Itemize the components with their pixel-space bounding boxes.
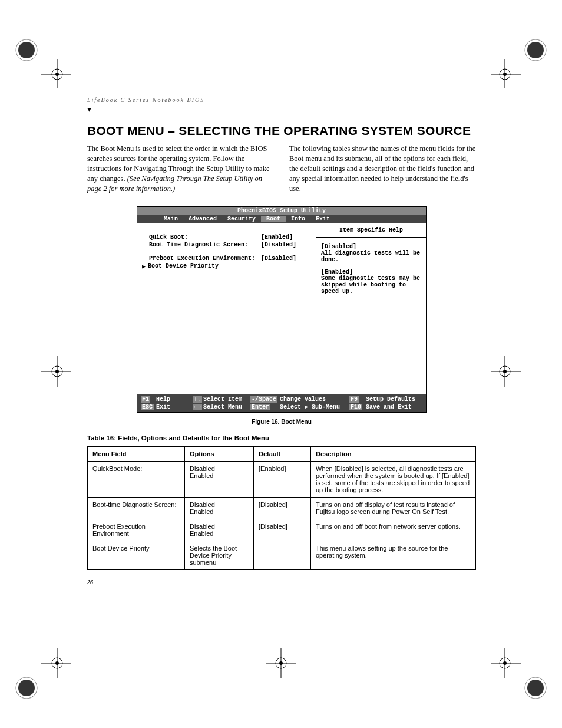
bios-key-action: Change Values [280,396,349,403]
bios-option-label: Boot Time Diagnostic Screen: [149,242,261,248]
bios-key-action: Select ▶ Sub-Menu [280,403,349,411]
header-arrow-icon: ▾ [87,104,476,114]
bios-key: ESC [141,404,154,410]
table-cell: Boot-time Diagnostic Screen: [88,498,185,519]
bios-key-action: Save and Exit [366,403,412,411]
running-header: LifeBook C Series Notebook BIOS [87,97,476,103]
intro-right: The following tables show the names of t… [289,144,476,193]
table-header: Description [311,447,476,462]
bios-help-line: Some diagnostic tests may be skipped whi… [321,275,421,295]
bios-window: PhoenixBIOS Setup Utility Main Advanced … [137,206,427,413]
bios-tabs: Main Advanced Security Boot Info Exit [137,215,426,223]
bios-key: ↑↓ [193,396,202,403]
table-row: Preboot Execution EnvironmentDisabled En… [88,519,476,541]
bios-key-action: Select Item [203,396,250,403]
table-row: QuickBoot Mode:Disabled Enabled[Enabled]… [88,462,476,498]
table-cell: Boot Device Priority [88,541,185,570]
bios-key: F10 [349,404,362,410]
table-cell: When [Disabled] is selected, all diagnos… [311,462,476,498]
bios-option-label: Quick Boot: [149,234,261,241]
table-cell: Selects the Boot Device Priority submenu [185,541,254,570]
table-cell: This menu allows setting up the source f… [311,541,476,570]
bios-help-title: Item Specific Help [321,227,421,233]
crop-mark [12,342,71,401]
table-row: Boot-time Diagnostic Screen:Disabled Ena… [88,498,476,519]
table-cell: Disabled Enabled [185,519,254,541]
bios-tab-security: Security [222,216,261,222]
table-row: Boot Device PrioritySelects the Boot Dev… [88,541,476,570]
bios-help-panel: Item Specific Help [Disabled] All diagno… [316,223,426,394]
bios-main-panel: Quick Boot: [Enabled] Boot Time Diagnost… [137,223,316,394]
crop-mark [491,645,550,704]
table-cell: Turns on and off display of test results… [311,498,476,519]
bios-key: F9 [349,396,359,403]
figure-caption: Figure 16. Boot Menu [87,419,476,425]
bios-key: ←→ [193,404,202,410]
crop-mark [491,342,550,401]
table-header: Options [185,447,254,462]
table-cell: Disabled Enabled [185,462,254,498]
table-cell: [Enabled] [254,462,311,498]
bios-tab-boot: Boot [261,216,286,222]
bios-tab-info: Info [286,216,310,222]
bios-option-value: [Enabled] [261,234,293,241]
bios-submenu-item: Boot Device Priority [148,263,219,270]
bios-option-value: [Disabled] [261,255,296,262]
bios-title: PhoenixBIOS Setup Utility [137,207,426,215]
page-title: BOOT MENU – SELECTING THE OPERATING SYST… [87,124,476,138]
table-header: Menu Field [88,447,185,462]
crop-mark [491,29,550,88]
intro-left: The Boot Menu is used to select the orde… [87,144,274,193]
table-cell: Disabled Enabled [185,498,254,519]
table-cell: — [254,541,311,570]
table-cell: Preboot Execution Environment [88,519,185,541]
crop-mark [252,645,310,704]
crop-mark [12,29,71,88]
bios-option-label: Preboot Execution Environment: [149,255,261,262]
bios-key-action: Select Menu [203,403,250,411]
bios-option-value: [Disabled] [261,242,296,248]
bios-key-action: Exit [156,403,193,411]
bios-tab-exit: Exit [310,216,335,222]
svg-point-1 [18,42,35,58]
submenu-arrow-icon: ▶ [142,263,146,270]
table-cell: QuickBoot Mode: [88,462,185,498]
bios-help-line: All diagnostic tests will be done. [321,250,421,263]
table-cell: [Disabled] [254,519,311,541]
table-header: Default [254,447,311,462]
svg-point-21 [18,680,35,696]
bios-key-action: Setup Defaults [366,396,415,403]
bios-tab-advanced: Advanced [183,216,222,222]
svg-point-27 [527,680,544,696]
bios-key: F1 [141,396,150,403]
table-cell: [Disabled] [254,498,311,519]
svg-point-7 [527,42,544,58]
crop-mark [12,645,71,704]
bios-key: Enter [250,404,270,410]
bios-help-line: [Enabled] [321,269,421,275]
bios-footer: F1 Help ↑↓ Select Item -/Space Change Va… [137,394,426,412]
page-number: 26 [87,579,93,585]
bios-help-line: [Disabled] [321,243,421,250]
bios-key-action: Help [156,396,193,403]
table-cell: Turns on and off boot from network serve… [311,519,476,541]
fields-table: Menu Field Options Default Description Q… [87,446,476,570]
bios-key: -/Space [250,396,277,403]
table-caption: Table 16: Fields, Options and Defaults f… [87,434,476,442]
bios-tab-main: Main [158,216,183,222]
